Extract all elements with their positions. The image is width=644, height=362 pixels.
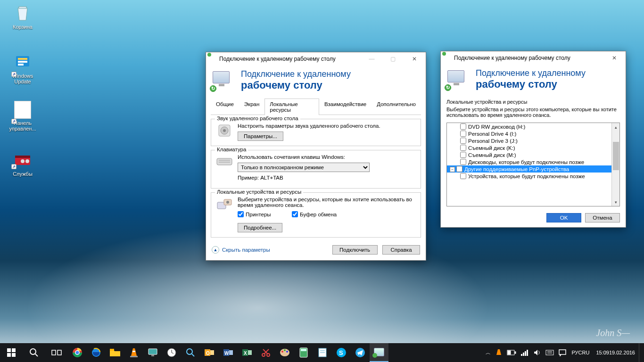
tray-vlc-icon[interactable] xyxy=(493,343,504,362)
clipboard-checkbox[interactable]: Буфер обмена xyxy=(292,211,337,217)
svg-text:X: X xyxy=(244,351,247,356)
svg-line-40 xyxy=(192,354,194,356)
close-button[interactable]: ✕ xyxy=(603,51,625,65)
ok-button[interactable]: OK xyxy=(546,213,581,222)
titlebar[interactable]: Подключение к удаленному рабочему столу … xyxy=(206,52,426,66)
task-view-button[interactable] xyxy=(45,343,68,362)
taskbar-app-outlook[interactable]: O xyxy=(200,343,219,362)
help-button[interactable]: Справка xyxy=(382,245,420,255)
svg-rect-24 xyxy=(52,350,56,355)
svg-rect-59 xyxy=(301,349,306,351)
palette-icon xyxy=(279,347,290,358)
desktop-icon-label: Панель управлен... xyxy=(6,120,40,132)
tray-overflow-button[interactable]: ︿ xyxy=(483,343,493,362)
svg-point-29 xyxy=(76,351,79,354)
more-button[interactable]: Подробнее... xyxy=(238,223,282,232)
desktop-icon-label: Корзина xyxy=(6,24,40,30)
taskbar-app-telegram[interactable] xyxy=(351,343,370,362)
taskbar-app-search2[interactable] xyxy=(181,343,200,362)
taskbar-app-snip[interactable] xyxy=(256,343,275,362)
scroll-thumb[interactable] xyxy=(613,142,619,170)
taskbar-app-clock[interactable] xyxy=(162,343,181,362)
keyboard-group: Клавиатура Использовать сочетания клавиш… xyxy=(211,150,421,189)
svg-rect-19 xyxy=(12,348,16,352)
desktop-icon-recycle-bin[interactable]: Корзина xyxy=(6,3,40,30)
tab-display[interactable]: Экран xyxy=(239,99,264,115)
taskbar-app-explorer[interactable] xyxy=(106,343,124,362)
svg-rect-72 xyxy=(527,350,528,356)
taskbar-app-generic1[interactable] xyxy=(143,343,162,362)
scroll-up-icon[interactable]: ▴ xyxy=(612,123,619,131)
svg-point-11 xyxy=(223,129,226,132)
header-line1: Подключение к удаленному xyxy=(241,69,351,79)
tree-item[interactable]: Устройства, которые будут подключены поз… xyxy=(447,173,611,180)
tray-keyboard-icon[interactable] xyxy=(543,343,556,362)
tab-strip: Общие Экран Локальные ресурсы Взаимодейс… xyxy=(211,98,421,115)
tree-item-selected[interactable]: Другие поддерживаемые PnP-устройства xyxy=(447,165,611,173)
audio-settings-button[interactable]: Параметры... xyxy=(238,132,283,141)
search-icon xyxy=(28,347,40,358)
taskbar-app-excel[interactable]: X xyxy=(238,343,256,362)
taskbar-app-calc[interactable] xyxy=(294,343,313,362)
svg-rect-70 xyxy=(523,353,524,356)
desktop: Корзина ↗ Windows Update ↗ Панель управл… xyxy=(0,0,644,362)
taskbar-app-vlc[interactable] xyxy=(124,343,143,362)
tree-item[interactable]: Съемный диск (K:) xyxy=(447,144,611,151)
tree-item[interactable]: Personal Drive 3 (J:) xyxy=(447,137,611,144)
tray-volume-icon[interactable] xyxy=(531,343,543,362)
language-indicator[interactable]: РУС RU xyxy=(569,343,592,362)
tab-general[interactable]: Общие xyxy=(211,99,239,115)
tree-item[interactable]: Personal Drive 4 (I:) xyxy=(447,130,611,137)
svg-point-17 xyxy=(226,201,229,204)
taskbar-app-notes[interactable] xyxy=(313,343,332,362)
tree-item[interactable]: DVD RW дисковод (H:) xyxy=(447,123,611,130)
taskbar-app-ie[interactable] xyxy=(87,343,106,362)
tree-item[interactable]: Дисководы, которые будут подключены позж… xyxy=(447,158,611,165)
start-button[interactable] xyxy=(0,343,23,362)
header-line2: рабочему столу xyxy=(476,78,586,90)
taskbar: O W X S ︿ РУС RU 15:09 19.02.2016 xyxy=(0,343,644,362)
clock-icon xyxy=(166,347,177,358)
shortcut-overlay-icon: ↗ xyxy=(11,164,17,169)
taskbar-app-word[interactable]: W xyxy=(219,343,238,362)
tray-battery-icon[interactable] xyxy=(504,343,519,362)
tree-item[interactable]: Съемный диск (M:) xyxy=(447,151,611,158)
titlebar[interactable]: Подключение к удаленному рабочему столу … xyxy=(441,51,626,65)
taskbar-app-chrome[interactable] xyxy=(68,343,87,362)
tab-experience[interactable]: Взаимодействие xyxy=(319,99,372,115)
tab-local-resources[interactable]: Локальные ресурсы xyxy=(264,99,319,115)
keyboard-combo[interactable]: Только в полноэкранном режиме xyxy=(238,163,370,172)
keyboard-desc: Использовать сочетания клавиш Windows: xyxy=(238,154,416,160)
tab-advanced[interactable]: Дополнительно xyxy=(372,99,421,115)
keyboard-legend: Клавиатура xyxy=(215,147,248,152)
taskbar-app-skype[interactable]: S xyxy=(332,343,351,362)
svg-rect-67 xyxy=(515,352,516,354)
connect-button[interactable]: Подключить xyxy=(332,245,378,255)
tree-collapse-icon[interactable]: − xyxy=(450,167,455,172)
cancel-button[interactable]: Отмена xyxy=(585,213,620,222)
clock-button[interactable]: 15:09 19.02.2016 xyxy=(592,343,639,362)
svg-rect-4 xyxy=(18,64,24,66)
printers-checkbox[interactable]: Принтеры xyxy=(238,211,271,217)
svg-point-22 xyxy=(30,349,36,354)
scroll-down-icon[interactable]: ▾ xyxy=(612,198,619,206)
close-button[interactable]: ✕ xyxy=(404,52,425,66)
search-button[interactable] xyxy=(23,343,45,362)
tray-network-icon[interactable] xyxy=(519,343,531,362)
minimize-button[interactable]: — xyxy=(361,52,382,66)
svg-text:S: S xyxy=(339,349,343,356)
monitor-icon xyxy=(147,347,158,358)
hide-options-link[interactable]: ▲ Скрыть параметры xyxy=(212,246,270,254)
rdp-devices-dialog: Подключение к удаленному рабочему столу … xyxy=(440,51,626,228)
taskbar-app-paint[interactable] xyxy=(275,343,294,362)
show-desktop-button[interactable] xyxy=(639,343,644,362)
desktop-icon-services[interactable]: ↗ Службы xyxy=(6,150,40,177)
audio-group: Звук удаленного рабочего стола Настроить… xyxy=(211,119,421,146)
action-center-button[interactable] xyxy=(556,343,569,362)
desktop-icon-windows-update[interactable]: ↗ Windows Update xyxy=(6,52,40,84)
taskbar-app-rdp[interactable] xyxy=(370,343,388,362)
maximize-button: ▢ xyxy=(382,52,404,66)
tree-scrollbar[interactable]: ▴ ▾ xyxy=(611,123,619,206)
scissors-icon xyxy=(260,347,272,358)
desktop-icon-control-panel[interactable]: ↗ Панель управлен... xyxy=(6,101,40,132)
